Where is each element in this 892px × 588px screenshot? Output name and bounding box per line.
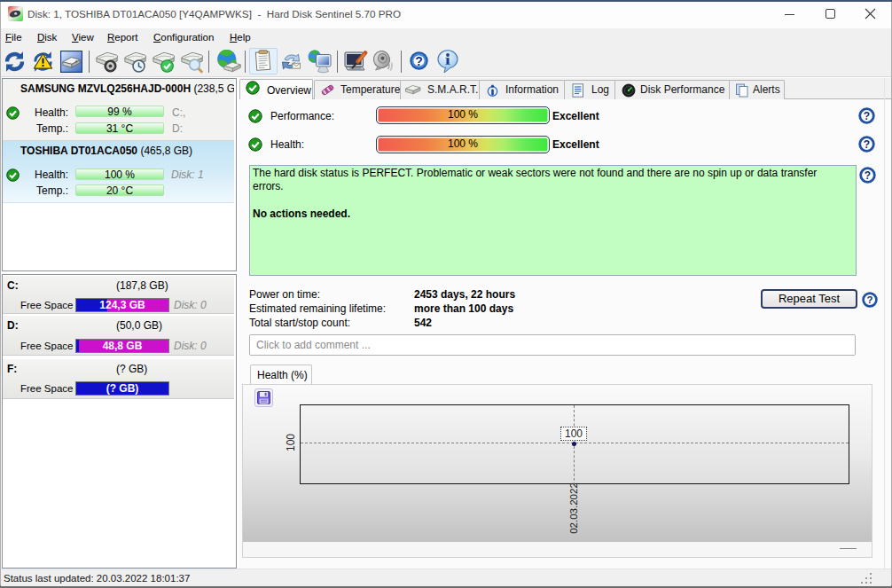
svg-text:?: ?	[415, 54, 423, 68]
svg-text:?: ?	[867, 294, 873, 305]
svg-text:?: ?	[865, 169, 871, 182]
svg-text:?: ?	[864, 110, 870, 122]
svg-text:?: ?	[864, 138, 870, 151]
